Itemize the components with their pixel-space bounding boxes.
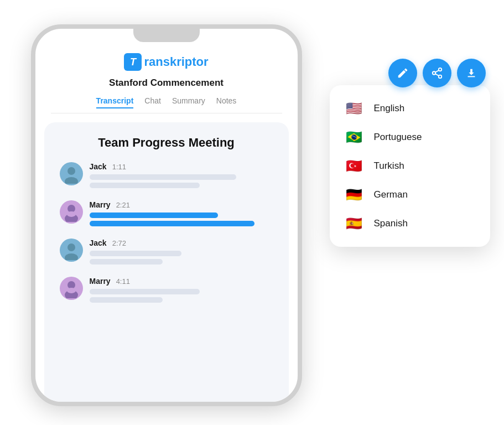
entry-info: Jack 2:72 xyxy=(90,239,273,265)
logo-icon: T xyxy=(124,53,142,71)
svg-line-13 xyxy=(435,74,438,76)
entry-header: Jack 1:11 xyxy=(90,162,273,171)
language-label-turkish: Turkish xyxy=(374,160,404,172)
download-button[interactable] xyxy=(457,59,486,87)
text-line-blue xyxy=(90,212,218,218)
entry-info: Jack 1:11 xyxy=(90,162,273,188)
language-label-german: German xyxy=(374,189,408,200)
speaker-name: Jack xyxy=(90,239,107,247)
svg-point-5 xyxy=(67,243,75,251)
speaker-time: 2:21 xyxy=(116,201,130,209)
content-area: Team Progress Meeting Jack 1:11 xyxy=(44,122,289,402)
share-button[interactable] xyxy=(423,59,451,87)
flag-portuguese: 🇧🇷 xyxy=(343,129,365,145)
avatar xyxy=(60,162,83,185)
svg-line-14 xyxy=(435,70,438,72)
text-line xyxy=(90,289,200,294)
tabs-row: Transcript Chat Summary Notes xyxy=(51,96,282,113)
text-lines xyxy=(90,212,273,226)
language-item-spanish[interactable]: 🇪🇸 Spanish xyxy=(330,209,490,238)
text-line xyxy=(90,259,163,265)
tab-chat[interactable]: Chat xyxy=(144,96,161,108)
speaker-time: 2:72 xyxy=(112,239,126,247)
svg-point-0 xyxy=(67,167,75,175)
edit-button[interactable] xyxy=(388,59,417,87)
svg-point-4 xyxy=(67,211,76,217)
svg-point-1 xyxy=(65,177,78,184)
phone-notch xyxy=(133,29,200,42)
avatar xyxy=(60,239,83,262)
speaker-name: Marry xyxy=(90,277,111,286)
language-item-english[interactable]: 🇺🇸 English xyxy=(330,94,490,123)
app-logo: T ranskriptor xyxy=(51,53,282,71)
action-buttons xyxy=(388,59,486,87)
speaker-name: Marry xyxy=(90,200,111,209)
app-header: T ranskriptor Stanford Commencement Tran… xyxy=(35,45,298,113)
app-subtitle: Stanford Commencement xyxy=(51,77,282,89)
language-item-turkish[interactable]: 🇹🇷 Turkish xyxy=(330,152,490,180)
logo-text: ranskriptor xyxy=(144,55,208,69)
flag-spanish: 🇪🇸 xyxy=(343,216,365,231)
speaker-name: Jack xyxy=(90,162,107,171)
phone-shell: T ranskriptor Stanford Commencement Tran… xyxy=(31,24,302,406)
tab-notes[interactable]: Notes xyxy=(216,96,237,108)
text-line-blue xyxy=(90,221,255,226)
text-line xyxy=(90,297,163,303)
scene: T ranskriptor Stanford Commencement Tran… xyxy=(14,13,490,412)
svg-point-10 xyxy=(438,68,441,71)
svg-point-12 xyxy=(438,75,441,79)
language-label-english: English xyxy=(374,103,405,114)
svg-point-2 xyxy=(67,205,75,212)
svg-point-7 xyxy=(67,281,75,289)
language-label-portuguese: Portuguese xyxy=(374,132,422,143)
svg-point-6 xyxy=(65,253,78,260)
svg-point-9 xyxy=(67,288,76,293)
meeting-title: Team Progress Meeting xyxy=(60,136,273,150)
language-dropdown: 🇺🇸 English 🇧🇷 Portuguese 🇹🇷 Turkish 🇩🇪 G… xyxy=(330,85,490,247)
flag-english: 🇺🇸 xyxy=(343,101,365,116)
text-lines xyxy=(90,289,273,303)
table-row: Marry 4:11 xyxy=(60,277,273,303)
text-line xyxy=(90,183,200,188)
tab-transcript[interactable]: Transcript xyxy=(96,96,134,108)
speaker-time: 1:11 xyxy=(112,163,126,171)
entry-header: Marry 2:21 xyxy=(90,200,273,209)
language-label-spanish: Spanish xyxy=(374,218,408,229)
avatar xyxy=(60,277,83,300)
phone-screen: T ranskriptor Stanford Commencement Tran… xyxy=(35,29,298,402)
text-lines xyxy=(90,174,273,188)
entry-info: Marry 4:11 xyxy=(90,277,273,303)
flag-turkish: 🇹🇷 xyxy=(343,158,365,174)
text-line xyxy=(90,174,237,180)
table-row: Marry 2:21 xyxy=(60,200,273,226)
language-item-german[interactable]: 🇩🇪 German xyxy=(330,180,490,209)
entry-header: Marry 4:11 xyxy=(90,277,273,286)
entry-header: Jack 2:72 xyxy=(90,239,273,247)
flag-german: 🇩🇪 xyxy=(343,187,365,203)
text-lines xyxy=(90,251,273,265)
speaker-time: 4:11 xyxy=(116,277,130,286)
avatar xyxy=(60,200,83,224)
tab-summary[interactable]: Summary xyxy=(172,96,205,108)
entry-info: Marry 2:21 xyxy=(90,200,273,226)
table-row: Jack 1:11 xyxy=(60,162,273,188)
language-item-portuguese[interactable]: 🇧🇷 Portuguese xyxy=(330,123,490,152)
table-row: Jack 2:72 xyxy=(60,239,273,265)
text-line xyxy=(90,251,181,256)
svg-point-11 xyxy=(432,71,435,75)
